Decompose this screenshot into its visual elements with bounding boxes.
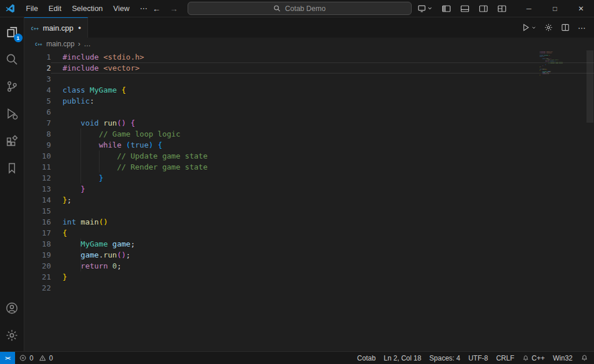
line-number[interactable]: 17 [24,227,51,238]
code-text[interactable]: public: [51,95,594,106]
line-number[interactable]: 1 [24,52,51,62]
line-number[interactable]: 20 [24,260,51,271]
code-text[interactable]: } [51,271,594,282]
line-number[interactable]: 6 [24,106,51,117]
window-minimize-icon[interactable]: ─ [516,0,542,17]
line-number[interactable]: 4 [24,84,51,95]
line-number[interactable]: 18 [24,238,51,249]
minimap[interactable]: #include <stdio.h>#include <vector>class… [540,52,586,86]
cotab-tool-icon[interactable] [414,2,436,15]
remote-indicator[interactable]: >< [0,352,15,364]
code-text[interactable] [51,106,594,117]
code-text[interactable] [51,73,594,84]
tab-modified-dot-icon[interactable]: ● [78,25,81,31]
accounts-icon[interactable] [0,295,24,322]
code-line-17[interactable]: 17{ [24,227,594,238]
command-center-search[interactable]: Cotab Demo [188,2,412,15]
window-maximize-icon[interactable]: □ [542,0,568,17]
status-indentation[interactable]: Spaces: 4 [430,354,460,362]
status-cotab[interactable]: Cotab [357,354,376,362]
code-text[interactable]: // Render game state [51,161,594,172]
code-line-14[interactable]: 14}; [24,194,594,205]
breadcrumb-file[interactable]: main.cpp [46,40,75,48]
code-line-20[interactable]: 20 return 0; [24,260,594,271]
code-text[interactable]: } [51,172,594,183]
code-line-10[interactable]: 10 // Update game state [24,150,594,161]
code-text[interactable]: } [51,183,594,194]
customize-layout-icon[interactable] [494,2,510,15]
line-number[interactable]: 22 [24,282,51,293]
code-line-6[interactable]: 6 [24,106,594,117]
status-encoding[interactable]: UTF-8 [468,354,488,362]
tab-main-cpp[interactable]: C++ main.cpp ● [24,17,88,38]
code-text[interactable]: return 0; [51,260,594,271]
line-number[interactable]: 13 [24,183,51,194]
notifications-bell-icon[interactable] [581,354,588,362]
source-control-icon[interactable] [0,73,24,100]
toggle-secondary-sidebar-icon[interactable] [475,2,492,15]
line-number[interactable]: 9 [24,139,51,150]
line-number[interactable]: 12 [24,172,51,183]
line-number[interactable]: 2 [24,62,51,73]
code-text[interactable]: while (true) { [51,139,594,150]
code-line-12[interactable]: 12 } [24,172,594,183]
code-text[interactable]: // Game loop logic [51,128,594,139]
editor-settings-gear-icon[interactable] [544,23,553,32]
problems-status[interactable]: 0 0 [15,354,53,362]
breadcrumb-more[interactable]: … [84,40,91,48]
code-line-18[interactable]: 18 MyGame game; [24,238,594,249]
code-line-22[interactable]: 22 [24,282,594,293]
more-actions-icon[interactable]: ⋯ [578,23,586,32]
line-number[interactable]: 7 [24,117,51,128]
status-eol[interactable]: CRLF [496,354,514,362]
editor-scrollbar[interactable] [586,50,594,351]
run-and-debug-icon[interactable] [0,100,24,127]
line-number[interactable]: 5 [24,95,51,106]
extensions-icon[interactable] [0,127,24,155]
line-number[interactable]: 3 [24,73,51,84]
code-text[interactable]: game.run(); [51,249,594,260]
code-text[interactable] [51,205,594,216]
go-forward-icon[interactable]: → [170,4,178,13]
line-number[interactable]: 16 [24,216,51,227]
go-back-icon[interactable]: ← [153,4,161,13]
code-line-7[interactable]: 7 void run() { [24,117,594,128]
code-text[interactable]: // Update game state [51,150,594,161]
code-text[interactable]: #include <stdio.h> [51,52,594,62]
code-line-3[interactable]: 3 [24,73,594,84]
code-text[interactable] [51,282,594,293]
settings-gear-icon[interactable] [0,322,24,349]
code-line-2[interactable]: 2#include <vector> [24,62,594,73]
search-view-icon[interactable] [0,46,24,73]
code-line-8[interactable]: 8 // Game loop logic [24,128,594,139]
code-line-4[interactable]: 4class MyGame { [24,84,594,95]
code-text[interactable]: MyGame game; [51,238,594,249]
code-line-16[interactable]: 16int main() [24,216,594,227]
menu-selection[interactable]: Selection [67,0,108,17]
menu-edit[interactable]: Edit [43,0,67,17]
line-number[interactable]: 11 [24,161,51,172]
code-line-5[interactable]: 5public: [24,95,594,106]
code-line-19[interactable]: 19 game.run(); [24,249,594,260]
line-number[interactable]: 14 [24,194,51,205]
split-editor-icon[interactable] [561,23,570,32]
line-number[interactable]: 10 [24,150,51,161]
bookmarks-icon[interactable] [0,155,24,182]
toggle-panel-icon[interactable] [457,2,473,15]
status-cursor-position[interactable]: Ln 2, Col 18 [384,354,421,362]
code-line-13[interactable]: 13 } [24,183,594,194]
code-line-21[interactable]: 21} [24,271,594,282]
menu-file[interactable]: File [21,0,43,17]
code-line-15[interactable]: 15 [24,205,594,216]
explorer-icon[interactable]: 1 [0,19,24,46]
code-text[interactable]: class MyGame { [51,84,594,95]
code-text[interactable]: }; [51,194,594,205]
line-number[interactable]: 15 [24,205,51,216]
status-os[interactable]: Win32 [553,354,573,362]
code-editor[interactable]: 1#include <stdio.h>2#include <vector>34c… [24,50,594,351]
code-text[interactable]: void run() { [51,117,594,128]
code-line-1[interactable]: 1#include <stdio.h> [24,52,594,62]
status-language-mode[interactable]: C++ [522,354,545,362]
code-text[interactable]: { [51,227,594,238]
menu-view[interactable]: View [108,0,135,17]
